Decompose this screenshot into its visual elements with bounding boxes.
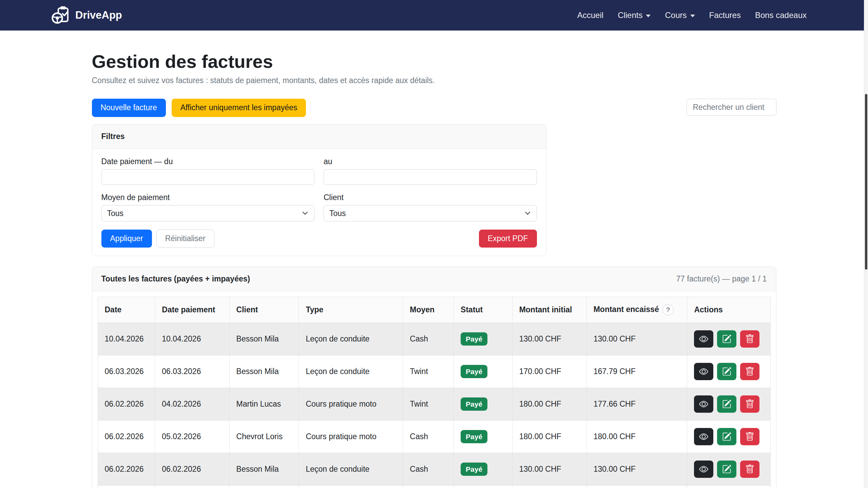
invoices-title: Toutes les factures (payées + impayées) (101, 274, 250, 284)
invoices-table: Date Date paiement Client Type Moyen Sta… (98, 297, 771, 488)
eye-icon (699, 432, 708, 441)
show-unpaid-button[interactable]: Afficher uniquement les impayées (172, 99, 306, 117)
col-statut: Statut (454, 297, 513, 323)
view-button[interactable] (694, 461, 713, 478)
cell-client: Besson Mila (229, 323, 299, 355)
apply-filters-button[interactable]: Appliquer (101, 230, 152, 248)
cell-montant-encaisse: 177.66 CHF (586, 388, 687, 421)
cell-date: 10.04.2026 (98, 323, 155, 355)
date-to-input[interactable] (324, 169, 537, 185)
view-button[interactable] (694, 363, 713, 380)
status-badge: Payé (461, 430, 487, 443)
brand-name: DriveApp (75, 9, 122, 21)
search-client-input[interactable] (687, 99, 776, 116)
cell-statut: Payé (454, 388, 513, 421)
eye-icon (699, 367, 708, 376)
col-client: Client (229, 297, 299, 323)
delete-button[interactable] (740, 428, 759, 445)
date-from-input[interactable] (101, 169, 315, 185)
col-date: Date (98, 297, 155, 323)
trash-icon (745, 334, 754, 344)
view-button[interactable] (694, 330, 713, 348)
edit-button[interactable] (717, 428, 736, 445)
table-row: 10.04.202610.04.2026Besson MilaLeçon de … (98, 323, 770, 355)
cell-moyen: - (403, 486, 454, 488)
cell-actions (687, 388, 770, 421)
cell-statut: Impayé (454, 486, 513, 488)
nav-item-clients[interactable]: Clients (611, 7, 658, 23)
status-badge: Payé (461, 365, 487, 378)
eye-icon (699, 399, 708, 409)
delete-button[interactable] (740, 461, 759, 478)
cell-date-paiement: - (155, 486, 229, 488)
table-row: 30.01.2026-Bonnet ManonLeçon de conduite… (98, 486, 770, 488)
cell-montant-initial: 130.00 CHF (512, 323, 586, 355)
payment-method-select[interactable]: Tous (101, 205, 315, 221)
payment-method-label: Moyen de paiement (101, 193, 315, 202)
cell-client: Besson Mila (229, 355, 299, 388)
cell-montant-encaisse: 130.00 CHF (586, 453, 687, 486)
view-button[interactable] (694, 428, 713, 445)
cell-type: Leçon de conduite (299, 453, 403, 486)
cell-montant-encaisse: 170.00 CHF (586, 486, 687, 488)
delete-button[interactable] (740, 395, 759, 413)
new-invoice-button[interactable]: Nouvelle facture (92, 99, 166, 117)
toolbar: Nouvelle facture Afficher uniquement les… (92, 99, 776, 117)
nav-item-factures[interactable]: Factures (702, 7, 748, 23)
cell-date-paiement: 04.02.2026 (155, 388, 229, 421)
cell-date: 06.02.2026 (98, 388, 155, 421)
trash-icon (745, 432, 754, 441)
cell-moyen: Cash (403, 421, 454, 453)
cell-montant-initial: 180.00 CHF (512, 421, 586, 453)
cell-client: Martin Lucas (229, 388, 299, 421)
cell-statut: Payé (454, 421, 513, 453)
table-row: 06.03.202606.03.2026Besson MilaLeçon de … (98, 355, 770, 388)
delete-button[interactable] (740, 330, 759, 348)
cell-montant-initial: 170.00 CHF (512, 355, 586, 388)
col-actions: Actions (687, 297, 770, 323)
client-select[interactable]: Tous (324, 205, 537, 221)
help-icon[interactable]: ? (662, 304, 674, 315)
nav-item-accueil[interactable]: Accueil (570, 7, 611, 23)
filters-title: Filtres (101, 132, 125, 141)
edit-icon (722, 432, 731, 441)
client-label: Client (324, 193, 537, 202)
nav-item-bons-cadeaux[interactable]: Bons cadeaux (748, 7, 814, 23)
page-subtitle: Consultez et suivez vos factures : statu… (92, 76, 776, 85)
filter-date-from: Date paiement — du (101, 157, 315, 185)
cell-date-paiement: 05.02.2026 (155, 421, 229, 453)
nav-item-cours[interactable]: Cours (658, 7, 702, 23)
cell-montant-encaisse: 167.79 CHF (586, 355, 687, 388)
edit-icon (722, 465, 731, 474)
cell-moyen: Cash (403, 453, 454, 486)
scrollbar-track[interactable] (864, 0, 868, 488)
driveapp-logo-icon (51, 5, 71, 25)
nav-menu: Accueil Clients Cours Factures Bons cade… (570, 7, 814, 23)
delete-button[interactable] (740, 363, 759, 380)
cell-type: Leçon de conduite (299, 486, 403, 488)
edit-button[interactable] (717, 330, 736, 348)
brand[interactable]: DriveApp (51, 5, 122, 25)
cell-actions (687, 421, 770, 453)
edit-button[interactable] (717, 461, 736, 478)
cell-actions (687, 453, 770, 486)
invoices-card-header: Toutes les factures (payées + impayées) … (92, 267, 776, 291)
view-button[interactable] (694, 395, 713, 413)
cell-type: Cours pratique moto (299, 388, 403, 421)
col-montant-initial: Montant initial (512, 297, 586, 323)
status-badge: Payé (461, 397, 487, 411)
col-type: Type (299, 297, 403, 323)
edit-button[interactable] (717, 395, 736, 413)
export-pdf-button[interactable]: Export PDF (479, 230, 537, 248)
filter-date-to: au (324, 157, 537, 185)
edit-icon (722, 334, 731, 344)
scrollbar-thumb[interactable] (865, 94, 867, 270)
reset-filters-button[interactable]: Réinitialiser (156, 230, 214, 248)
trash-icon (745, 465, 754, 474)
status-badge: Payé (461, 463, 487, 476)
edit-button[interactable] (717, 363, 736, 380)
cell-statut: Payé (454, 355, 513, 388)
cell-date: 06.02.2026 (98, 453, 155, 486)
cell-type: Leçon de conduite (299, 355, 403, 388)
cell-montant-encaisse: 180.00 CHF (586, 421, 687, 453)
